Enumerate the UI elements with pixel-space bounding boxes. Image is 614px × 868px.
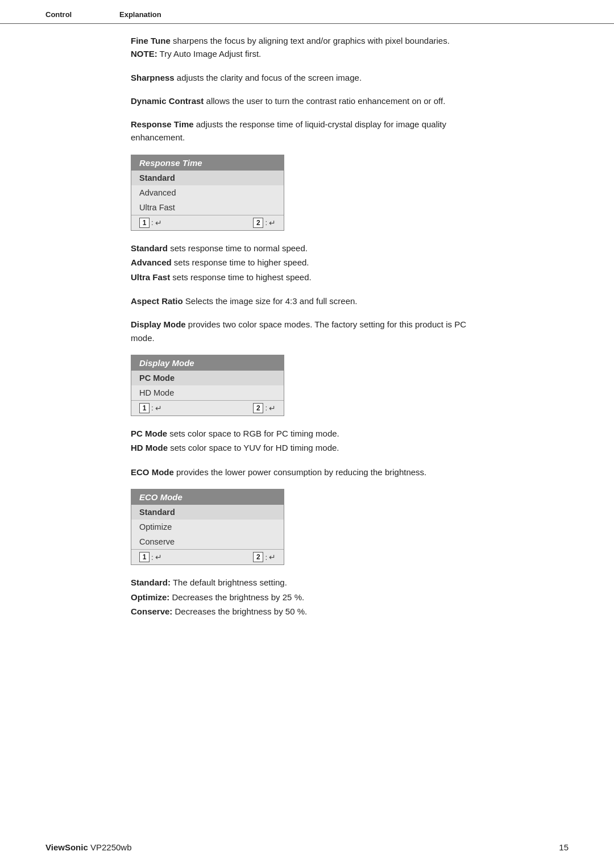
display-mode-menu-footer: 1 : ↵ 2 : ↵ — [131, 400, 284, 416]
response-time-item-advanced[interactable]: Advanced — [131, 185, 284, 200]
response-time-bold: Response Time — [131, 119, 194, 129]
arrow-right-icon: ↵ — [269, 218, 276, 227]
display-mode-desc-pc: PC Mode sets color space to RGB for PC t… — [131, 426, 483, 441]
eco-mode-menu: ECO Mode Standard Optimize Conserve 1 : … — [131, 489, 284, 565]
key-1: 1 — [139, 218, 150, 228]
eco-mode-item-optimize[interactable]: Optimize — [131, 520, 284, 534]
colon-right: : — [265, 218, 267, 227]
sharpness-paragraph: Sharpness adjusts the clarity and focus … — [131, 71, 483, 84]
response-time-menu-footer: 1 : ↵ 2 : ↵ — [131, 215, 284, 230]
footer-right-eco: 2 : ↵ — [253, 552, 276, 562]
dynamic-contrast-paragraph: Dynamic Contrast allows the user to turn… — [131, 94, 483, 107]
display-mode-bold: Display Mode — [131, 319, 186, 329]
sharpness-body: adjusts the clarity and focus of the scr… — [175, 73, 362, 82]
eco-mode-item-conserve[interactable]: Conserve — [131, 534, 284, 549]
eco-mode-menu-title: ECO Mode — [131, 489, 284, 505]
footer-page-number: 15 — [559, 842, 569, 852]
key-2-dm: 2 — [253, 403, 263, 413]
eco-mode-menu-footer: 1 : ↵ 2 : ↵ — [131, 549, 284, 564]
eco-mode-desc-standard: Standard: The default brightness setting… — [131, 575, 483, 590]
aspect-ratio-bold: Aspect Ratio — [131, 296, 183, 306]
display-mode-paragraph: Display Mode provides two color space mo… — [131, 318, 483, 344]
eco-mode-paragraph: ECO Mode provides the lower power consum… — [131, 466, 483, 479]
main-content: Fine Tune sharpens the focus by aligning… — [0, 24, 614, 652]
sharpness-bold: Sharpness — [131, 73, 175, 82]
key-2-eco: 2 — [253, 552, 263, 562]
display-mode-menu-title: Display Mode — [131, 355, 284, 371]
footer-model: VP2250wb — [90, 842, 132, 852]
display-mode-menu: Display Mode PC Mode HD Mode 1 : ↵ 2 : ↵ — [131, 355, 284, 416]
response-time-item-standard[interactable]: Standard — [131, 171, 284, 185]
fine-tune-body: sharpens the focus by aligning text and/… — [171, 36, 450, 45]
header-control-label: Control — [45, 10, 119, 19]
dynamic-contrast-bold: Dynamic Contrast — [131, 96, 204, 106]
footer-left: 1 : ↵ — [139, 218, 162, 228]
display-mode-descriptions: PC Mode sets color space to RGB for PC t… — [131, 426, 483, 455]
colon-left-eco: : — [151, 553, 154, 562]
eco-mode-desc-optimize: Optimize: Decreases the brightness by 25… — [131, 590, 483, 605]
fine-tune-note-bold: NOTE: — [131, 49, 157, 59]
eco-mode-bold: ECO Mode — [131, 467, 174, 477]
display-mode-item-hd[interactable]: HD Mode — [131, 385, 284, 400]
response-time-menu-title: Response Time — [131, 155, 284, 171]
arrow-right-dm-icon: ↵ — [269, 404, 276, 413]
header-explanation-label: Explanation — [119, 10, 161, 19]
eco-mode-item-standard[interactable]: Standard — [131, 505, 284, 520]
display-mode-item-pc[interactable]: PC Mode — [131, 371, 284, 385]
aspect-ratio-paragraph: Aspect Ratio Selects the image size for … — [131, 294, 483, 308]
footer-left-eco: 1 : ↵ — [139, 552, 162, 562]
footer-right-dm: 2 : ↵ — [253, 403, 276, 413]
response-time-desc-advanced: Advanced sets response time to higher sp… — [131, 255, 483, 270]
response-time-paragraph: Response Time adjusts the response time … — [131, 118, 483, 144]
colon-left: : — [151, 218, 154, 227]
footer-left-dm: 1 : ↵ — [139, 403, 162, 413]
response-time-descriptions: Standard sets response time to normal sp… — [131, 241, 483, 285]
header-row: Control Explanation — [0, 0, 614, 24]
response-time-desc-ultra-fast: Ultra Fast sets response time to highest… — [131, 270, 483, 285]
key-2: 2 — [253, 218, 263, 228]
arrow-left-dm-icon: ↵ — [155, 404, 162, 413]
page-container: Control Explanation Fine Tune sharpens t… — [0, 0, 614, 868]
arrow-left-icon: ↵ — [155, 218, 162, 227]
key-1-dm: 1 — [139, 403, 150, 413]
fine-tune-note-body: Try Auto Image Adjust first. — [157, 49, 262, 59]
fine-tune-text: Fine Tune sharpens the focus by aligning… — [131, 34, 483, 61]
response-time-desc-standard: Standard sets response time to normal sp… — [131, 241, 483, 256]
eco-mode-body: provides the lower power consumption by … — [174, 467, 426, 477]
arrow-right-eco-icon: ↵ — [269, 553, 276, 562]
fine-tune-bold: Fine Tune — [131, 36, 171, 45]
response-time-item-ultra-fast[interactable]: Ultra Fast — [131, 200, 284, 215]
colon-right-eco: : — [265, 553, 267, 562]
arrow-left-eco-icon: ↵ — [155, 553, 162, 562]
aspect-ratio-body: Selects the image size for 4:3 and full … — [183, 296, 358, 306]
footer-brand: ViewSonic — [45, 842, 88, 852]
colon-right-dm: : — [265, 404, 267, 412]
dynamic-contrast-body: allows the user to turn the contrast rat… — [204, 96, 445, 106]
colon-left-dm: : — [151, 404, 154, 412]
eco-mode-desc-conserve: Conserve: Decreases the brightness by 50… — [131, 604, 483, 619]
key-1-eco: 1 — [139, 552, 150, 562]
footer-brand-model: ViewSonic VP2250wb — [45, 842, 132, 852]
fine-tune-paragraph: Fine Tune sharpens the focus by aligning… — [131, 34, 483, 61]
response-time-menu: Response Time Standard Advanced Ultra Fa… — [131, 155, 284, 231]
page-footer: ViewSonic VP2250wb 15 — [0, 842, 614, 852]
footer-right: 2 : ↵ — [253, 218, 276, 228]
eco-mode-descriptions: Standard: The default brightness setting… — [131, 575, 483, 619]
display-mode-desc-hd: HD Mode sets color space to YUV for HD t… — [131, 441, 483, 455]
